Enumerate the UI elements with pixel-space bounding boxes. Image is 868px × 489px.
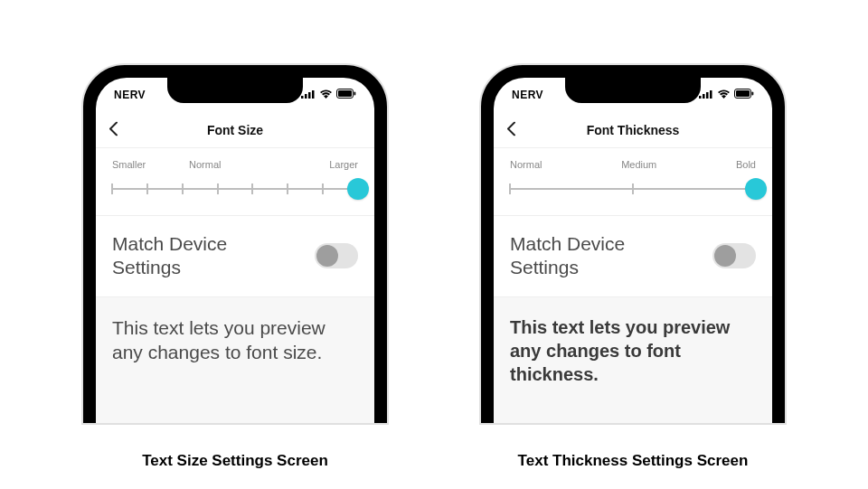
svg-rect-2 (308, 92, 311, 99)
carrier-label: NERV (512, 89, 543, 101)
device-notch (565, 78, 701, 103)
wifi-icon (319, 89, 333, 101)
caption-size: Text Size Settings Screen (142, 452, 328, 470)
svg-rect-10 (710, 90, 712, 99)
slider-label-normal: Normal (510, 159, 542, 170)
svg-rect-12 (736, 90, 750, 97)
slider-label-larger: Larger (329, 159, 358, 170)
svg-rect-7 (699, 96, 702, 99)
match-device-label: Match Device Settings (510, 232, 682, 280)
nav-title: Font Size (207, 123, 263, 137)
slider-thumb[interactable] (347, 178, 369, 200)
signal-icon (301, 89, 316, 101)
nav-bar: Font Thickness (494, 112, 772, 148)
caption-thickness: Text Thickness Settings Screen (518, 452, 749, 470)
back-button[interactable] (108, 121, 118, 138)
preview-section: This text lets you preview any changes t… (96, 297, 374, 424)
preview-text: This text lets you preview any changes t… (112, 315, 358, 365)
svg-rect-9 (706, 92, 709, 99)
carrier-label: NERV (114, 89, 146, 101)
match-device-row: Match Device Settings (96, 216, 374, 297)
match-device-row: Match Device Settings (494, 216, 772, 297)
phone-frame-thickness: NERV (479, 63, 787, 425)
toggle-knob (316, 245, 338, 267)
svg-rect-1 (305, 94, 307, 99)
svg-rect-8 (703, 94, 705, 99)
svg-rect-6 (354, 92, 356, 96)
svg-rect-3 (312, 90, 315, 99)
match-device-toggle[interactable] (712, 243, 756, 268)
phone-screen-thickness: NERV (494, 78, 772, 423)
device-notch (167, 78, 303, 103)
phone-screen-size: NERV (96, 78, 374, 423)
slider-label-bold: Bold (736, 159, 756, 170)
font-thickness-slider-section: Normal Medium Bold (494, 148, 772, 216)
preview-section: This text lets you preview any changes t… (494, 297, 772, 424)
phone-frame-size: NERV (81, 63, 389, 425)
wifi-icon (717, 89, 731, 101)
match-device-toggle[interactable] (315, 243, 358, 268)
svg-rect-5 (338, 90, 352, 97)
font-size-slider[interactable] (112, 179, 358, 199)
nav-bar: Font Size (96, 112, 374, 148)
nav-title: Font Thickness (587, 123, 680, 137)
toggle-knob (714, 245, 736, 267)
font-thickness-slider[interactable] (510, 179, 756, 199)
back-button[interactable] (506, 121, 515, 138)
slider-label-medium: Medium (621, 159, 656, 170)
battery-icon (336, 89, 356, 101)
match-device-label: Match Device Settings (112, 232, 284, 280)
svg-rect-0 (301, 96, 304, 99)
battery-icon (734, 89, 754, 101)
slider-label-normal: Normal (189, 159, 221, 170)
slider-label-smaller: Smaller (112, 159, 146, 170)
svg-rect-13 (752, 92, 754, 96)
font-size-slider-section: Smaller Normal Larger (96, 148, 374, 216)
signal-icon (699, 89, 713, 101)
preview-text: This text lets you preview any changes t… (510, 315, 756, 386)
slider-thumb[interactable] (745, 178, 767, 200)
